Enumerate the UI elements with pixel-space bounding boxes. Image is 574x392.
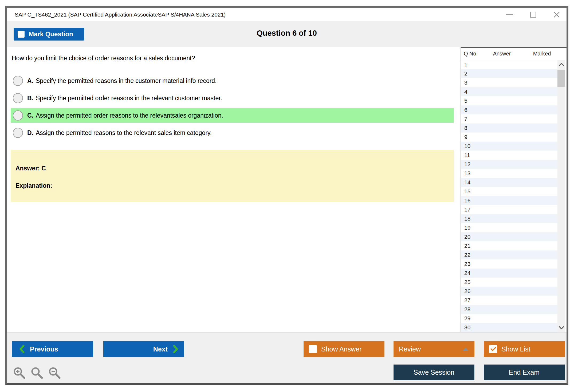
question-list-row[interactable]: 19 [461, 223, 557, 232]
search-icon[interactable] [30, 366, 44, 380]
chevron-up-icon [559, 63, 564, 66]
question-list-row[interactable]: 5 [461, 96, 557, 105]
column-header-marked: Marked [527, 51, 557, 57]
question-number: 10 [464, 143, 470, 149]
question-number: 22 [464, 252, 470, 258]
question-list-row[interactable]: 3 [461, 78, 557, 87]
app-window: SAP C_TS462_2021 (SAP Certified Applicat… [5, 6, 568, 385]
question-list-row[interactable]: 4 [461, 87, 557, 96]
option-text: Specify the permitted reasons in the cus… [36, 77, 217, 85]
question-list-row[interactable]: 10 [461, 142, 557, 151]
question-list-row[interactable]: 13 [461, 169, 557, 178]
option-text: Assign the permitted order reasons to th… [36, 112, 223, 119]
question-list-row[interactable]: 25 [461, 278, 557, 287]
answer-text: Answer: C [15, 165, 454, 172]
question-list-row[interactable]: 23 [461, 259, 557, 269]
question-list-row[interactable]: 12 [461, 160, 557, 169]
question-number: 13 [464, 170, 470, 177]
question-list-row[interactable]: 8 [461, 123, 557, 133]
show-answer-button[interactable]: Show Answer [304, 341, 384, 357]
question-list-row[interactable]: 24 [461, 269, 557, 278]
save-session-label: Save Session [414, 369, 454, 376]
question-counter: Question 6 of 10 [7, 29, 567, 38]
question-number: 26 [464, 288, 470, 294]
question-list-row[interactable]: 17 [461, 205, 557, 214]
question-number: 15 [464, 188, 470, 195]
radio-button[interactable] [13, 110, 23, 121]
question-list-row[interactable]: 6 [461, 105, 557, 114]
question-list-row[interactable]: 20 [461, 232, 557, 241]
question-list-row[interactable]: 26 [461, 287, 557, 296]
question-list-row[interactable]: 28 [461, 305, 557, 314]
show-list-button[interactable]: Show List [484, 341, 565, 357]
question-number: 9 [464, 134, 467, 140]
question-number: 21 [464, 243, 470, 249]
zoom-out-icon[interactable] [48, 366, 61, 380]
question-number: 30 [464, 324, 470, 331]
question-number: 24 [464, 270, 470, 276]
column-header-answer: Answer [487, 51, 517, 57]
question-number: 17 [464, 206, 470, 213]
answer-option-c[interactable]: C. Assign the permitted order reasons to… [11, 108, 454, 123]
question-list-row[interactable]: 29 [461, 314, 557, 323]
question-list-row[interactable]: 7 [461, 114, 557, 123]
review-button[interactable]: Review [394, 341, 474, 357]
option-text: Assign the permitted reasons to the rele… [36, 129, 212, 137]
option-letter: D. [27, 129, 33, 137]
answer-box: Answer: C Explanation: [11, 150, 454, 202]
radio-button[interactable] [13, 76, 23, 86]
question-list-scrollbar[interactable] [557, 60, 565, 332]
minimize-button[interactable] [506, 11, 514, 19]
question-list-row[interactable]: 27 [461, 296, 557, 305]
question-list-row[interactable]: 1 [461, 60, 557, 69]
end-exam-label: End Exam [509, 369, 540, 376]
option-letter: B. [27, 95, 33, 102]
radio-button[interactable] [13, 128, 23, 138]
answer-option-a[interactable]: A. Specify the permitted reasons in the … [11, 74, 454, 88]
question-list-row[interactable]: 30 [461, 323, 557, 332]
question-list-row[interactable]: 2 [461, 69, 557, 78]
main-area: How do you limit the choice of order rea… [7, 47, 567, 332]
next-button[interactable]: Next [103, 341, 184, 357]
end-exam-button[interactable]: End Exam [484, 365, 565, 380]
question-list-row[interactable]: 22 [461, 250, 557, 259]
save-session-button[interactable]: Save Session [394, 365, 474, 380]
question-list-header: Q No. Answer Marked [461, 48, 567, 60]
scroll-down-button[interactable] [557, 324, 565, 332]
question-list-row[interactable]: 14 [461, 178, 557, 187]
answer-option-b[interactable]: B. Specify the permitted order reasons i… [11, 91, 454, 105]
zoom-in-icon[interactable] [13, 366, 26, 380]
window-title: SAP C_TS462_2021 (SAP Certified Applicat… [15, 11, 226, 18]
question-list-row[interactable]: 11 [461, 151, 557, 160]
maximize-icon [530, 12, 536, 18]
question-number: 29 [464, 315, 470, 322]
chevron-down-icon [559, 326, 564, 330]
question-text: How do you limit the choice of order rea… [12, 55, 195, 62]
option-letter: C. [27, 112, 33, 119]
chevron-right-icon [173, 345, 178, 353]
question-list-row[interactable]: 18 [461, 214, 557, 223]
previous-label: Previous [30, 345, 58, 353]
question-list-row[interactable]: 21 [461, 241, 557, 250]
answer-option-d[interactable]: D. Assign the permitted reasons to the r… [11, 126, 454, 140]
window-controls [506, 11, 561, 19]
question-number: 3 [464, 79, 467, 86]
radio-button[interactable] [13, 93, 23, 103]
question-number: 27 [464, 297, 470, 303]
question-list-body: 1 2 3 4 5 6 7 8 9 10 11 12 13 14 15 16 1… [461, 60, 567, 332]
scrollbar-thumb[interactable] [557, 70, 565, 87]
question-panel: How do you limit the choice of order rea… [7, 47, 461, 332]
show-list-checkbox[interactable] [489, 345, 497, 353]
zoom-controls [13, 366, 61, 380]
question-list-row[interactable]: 15 [461, 187, 557, 196]
question-list-row[interactable]: 16 [461, 196, 557, 205]
question-number: 2 [464, 70, 467, 77]
close-button[interactable] [553, 11, 561, 19]
previous-button[interactable]: Previous [12, 341, 93, 357]
question-number: 12 [464, 161, 470, 167]
show-answer-checkbox[interactable] [309, 345, 317, 353]
maximize-button[interactable] [529, 11, 537, 19]
question-list-row[interactable]: 9 [461, 133, 557, 142]
question-number: 7 [464, 116, 467, 122]
scroll-up-button[interactable] [557, 61, 565, 69]
